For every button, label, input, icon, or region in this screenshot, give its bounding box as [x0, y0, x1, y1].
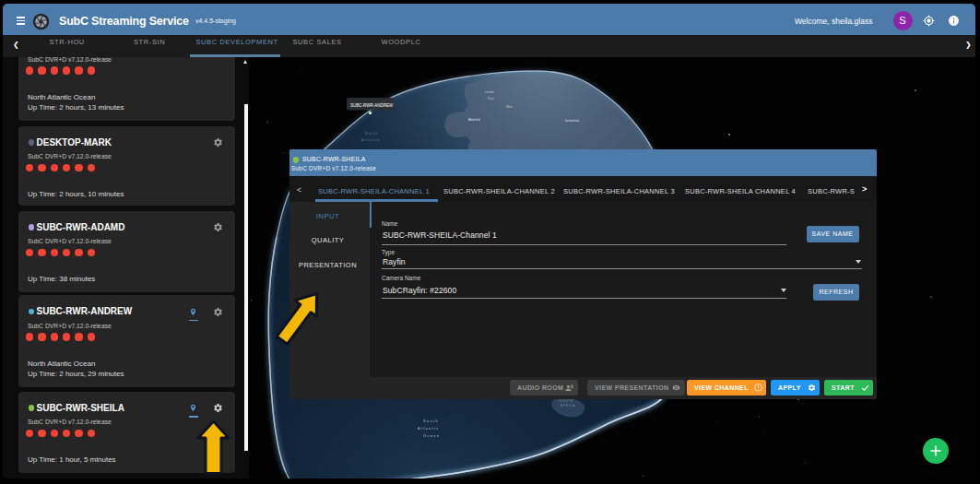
svg-text:Atlantic: Atlantic	[418, 426, 440, 431]
svg-text:London: London	[485, 90, 494, 94]
svg-text:Milan: Milan	[506, 105, 514, 109]
svg-text:AFRICA: AFRICA	[561, 404, 576, 407]
svg-text:Istanbul: Istanbul	[565, 119, 579, 123]
svg-text:South: South	[423, 419, 439, 423]
svg-text:Ocean: Ocean	[423, 433, 440, 438]
svg-text:North: North	[365, 132, 378, 136]
svg-text:Atlantic: Atlantic	[360, 138, 381, 142]
svg-text:SOUTH: SOUTH	[560, 399, 573, 403]
svg-text:Madrid: Madrid	[468, 118, 480, 122]
svg-text:Paris: Paris	[488, 97, 494, 100]
svg-text:SUBC-RWR-ANDREW: SUBC-RWR-ANDREW	[350, 103, 394, 108]
